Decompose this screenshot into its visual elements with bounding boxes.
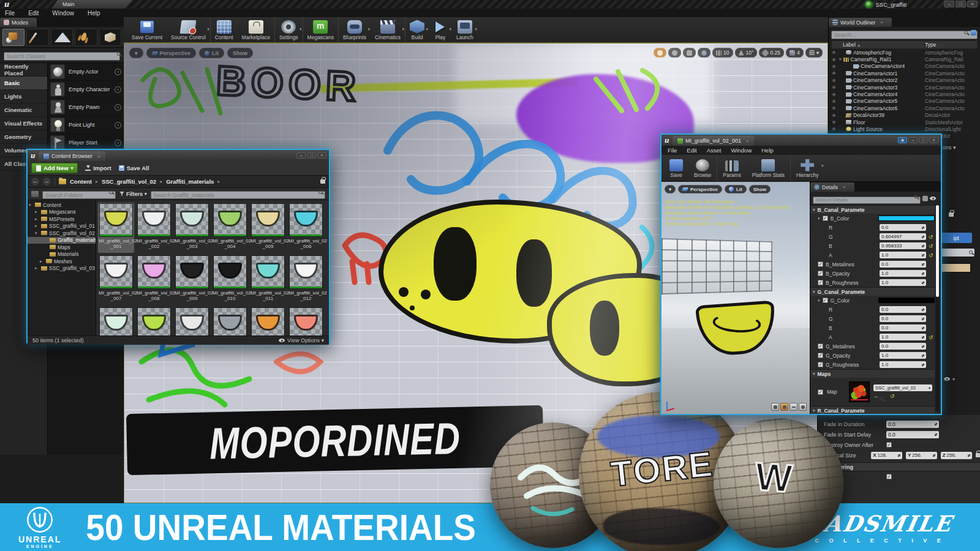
asset-tile[interactable]: MI_graffiti_vol_02_008 [136,255,172,305]
tab-details[interactable]: Details × [810,182,854,192]
asset-tile[interactable]: MI_graffiti_vol_02_003 [174,203,210,253]
checkbox[interactable]: ✓ [818,362,823,367]
scale-tool-button[interactable] [683,48,696,58]
checkbox[interactable]: ✓ [818,280,823,285]
menu-item[interactable]: Edit [28,10,39,17]
expander-icon[interactable]: ▾ [839,57,842,62]
revert-icon[interactable]: ↺ [929,252,935,258]
view-options-fragment[interactable]: ons ▾ [943,144,979,153]
camera-speed-control[interactable]: 4 [786,48,804,58]
revert-icon[interactable]: ↺ [929,334,935,340]
asset-tile[interactable] [174,307,210,335]
menu-item[interactable]: Window [52,10,74,17]
lock-icon[interactable] [949,208,957,219]
folder-tree-item[interactable]: Materials [28,251,96,258]
outliner-row[interactable]: CineCameraActor4 CineCameraActo [831,63,978,70]
tab-material-instance[interactable]: MI_graffiti_vol_02_001 × [673,136,754,146]
expander-icon[interactable]: ▸ [35,209,39,214]
visibility-eye-icon[interactable] [832,51,835,54]
toolbar-button[interactable]: Megascans [303,17,338,42]
menu-item[interactable]: Edit [687,147,696,154]
menu-item[interactable]: File [5,10,15,17]
show-button[interactable]: Show [227,48,253,58]
rotate-tool-button[interactable] [668,48,681,58]
folder-tree-item[interactable]: ▸ SSC_graffiti_vol_03 [28,265,96,272]
mode-tab[interactable] [26,29,48,46]
property-matrix-icon[interactable] [922,196,928,201]
placeable-item[interactable]: Empty Character › [48,81,124,99]
toolbar-button[interactable]: Marketplace [238,17,274,42]
visibility-eye-icon[interactable] [832,86,835,89]
filters-button[interactable]: Filters ▾ [119,191,147,197]
close-icon[interactable]: × [97,154,100,159]
asset-tile[interactable] [250,307,286,335]
details-scrollbar[interactable] [935,204,940,411]
toolbar-button[interactable]: Hierarchy ▾ [790,155,824,181]
value-field[interactable]: 0.0 [880,324,926,331]
r-channel-section-header[interactable]: ▾R_Canal_Paramete [810,406,935,414]
search-folders-input[interactable] [42,191,116,199]
toolbar-button[interactable]: Cinematics ▾ [371,17,405,42]
toolbar-button[interactable]: Blueprints ▾ [338,17,371,42]
close-button[interactable]: × [317,152,326,159]
visible-checkbox[interactable]: ✓ [886,474,892,479]
translate-tool-button[interactable] [654,48,666,58]
show-button[interactable]: Show [749,185,771,193]
lit-button[interactable]: Lit [199,48,224,58]
revert-icon[interactable]: ↺ [929,243,935,249]
folder-tree-item[interactable]: ▾ SSC_graffiti_vol_02 [28,230,96,237]
mode-category[interactable]: Cinematic [0,103,47,117]
search-details-input[interactable] [813,197,921,204]
expander-icon[interactable]: ▸ [40,259,44,264]
outliner-row[interactable]: DecalActor39 DecalActor [831,112,978,119]
drag-handle-icon[interactable]: › [115,104,121,111]
mode-category[interactable]: Recently Placed [0,63,47,77]
minimize-button[interactable]: – [296,152,306,159]
asset-tile[interactable]: MI_graffiti_vol_02_006 [288,203,324,253]
maximize-button[interactable]: □ [956,1,966,7]
visibility-eye-icon[interactable] [832,93,835,96]
decal-size-y-field[interactable]: Y256. [906,452,937,459]
content-browser-titlebar[interactable]: u Content Browser × – □ × [28,150,329,161]
lock-icon[interactable] [976,453,980,457]
close-icon[interactable]: × [843,184,846,190]
toolbar-button[interactable]: Platform Stats [747,155,790,181]
revert-icon[interactable]: ↺ [929,234,935,240]
visibility-eye-icon[interactable] [832,79,835,82]
visibility-eye-icon[interactable] [832,114,835,117]
lit-button[interactable]: Lit [725,185,747,193]
add-new-button[interactable]: Add New ▾ [31,163,78,173]
menu-item[interactable]: Help [88,10,100,17]
toolbar-button[interactable]: Browse [688,155,717,181]
expander-icon[interactable]: ▾ [35,231,39,236]
value-field[interactable]: 0.0 [880,343,926,350]
toolbar-button[interactable]: Params [717,155,746,181]
view-options-button[interactable]: View Options ▾ [279,337,324,343]
search-assets-input[interactable] [151,191,325,199]
toolbar-button[interactable]: Build ▾ [405,17,429,42]
menu-item[interactable]: File [668,147,677,154]
asset-tile[interactable]: MI_graffiti_vol_02_002 [136,203,172,253]
b-color-swatch[interactable] [878,216,935,221]
value-field[interactable]: 1.0 [880,352,926,359]
value-field[interactable]: 0.604997 [880,233,926,240]
chevron-down-icon[interactable]: ▾ [475,27,477,32]
mode-tab[interactable] [75,29,97,46]
breadcrumb-item[interactable]: Graffiti_materials [166,178,214,185]
lock-icon[interactable] [320,179,325,184]
save-all-button[interactable]: Save All [119,165,149,171]
revert-icon[interactable]: ↺ [890,393,896,399]
asset-tile[interactable]: MI_graffiti_vol_02_004 [212,203,248,253]
visibility-eye-icon[interactable] [832,127,835,130]
mode-tab[interactable] [51,29,73,46]
browse-to-asset-icon[interactable] [880,397,883,400]
maps-section-header[interactable]: ▾Maps [810,369,935,378]
toolbar-button[interactable]: Content [210,17,238,42]
asset-tile[interactable]: MI_graffiti_vol_02_009 [174,255,210,305]
drag-handle-icon[interactable]: › [115,140,121,146]
breadcrumb-item[interactable]: SSC_graffiti_vol_02 [102,178,156,185]
import-button[interactable]: Import [85,165,111,171]
texture-thumbnail[interactable] [849,381,870,402]
g-channel-section-header[interactable]: ▾G_Canal_Paramete [810,287,935,296]
value-field[interactable]: 1.0 [880,270,926,277]
